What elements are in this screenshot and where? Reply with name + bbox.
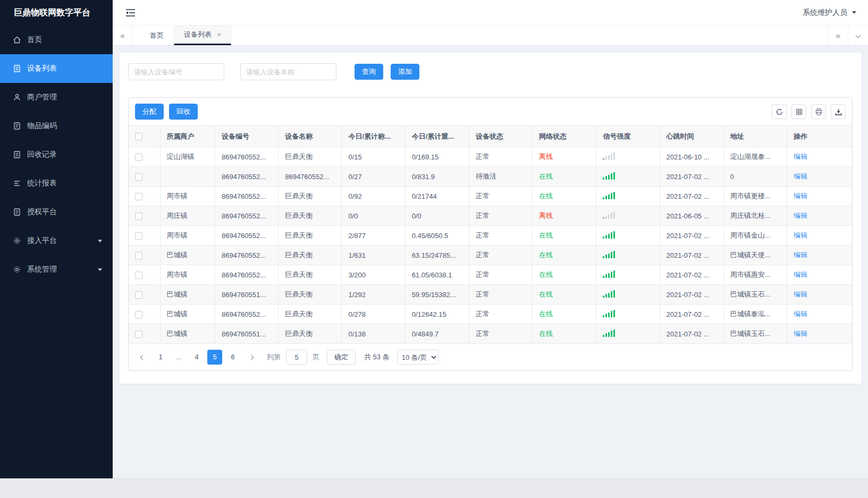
sidebar-item-label: 商户管理 <box>27 92 57 102</box>
chevron-down-icon <box>98 240 102 242</box>
edit-link[interactable]: 编辑 <box>794 251 807 259</box>
cell-device-name: 8694760552... <box>279 167 342 187</box>
cell-network-status: 在线 <box>533 285 596 305</box>
column-header-heartbeat: 心跳时间 <box>660 126 723 147</box>
edit-link[interactable]: 编辑 <box>794 310 807 318</box>
columns-grid-button[interactable] <box>791 104 806 119</box>
document-icon <box>13 122 21 130</box>
sidebar-item-system-management[interactable]: 系统管理 <box>0 255 113 284</box>
cell-device-status: 正常 <box>469 324 532 344</box>
cell-signal <box>596 285 660 305</box>
cell-device-status: 正常 <box>469 226 532 246</box>
table-container: 分配 回收 <box>128 97 853 371</box>
pagination-page-6[interactable]: 6 <box>225 350 240 365</box>
cell-device-no: 8694760552... <box>215 147 278 167</box>
row-checkbox[interactable] <box>135 331 142 338</box>
tabs-scroll-left-button[interactable]: « <box>113 26 133 45</box>
device-no-input[interactable] <box>128 63 224 80</box>
row-checkbox[interactable] <box>135 272 142 279</box>
assign-button[interactable]: 分配 <box>135 104 164 120</box>
row-checkbox[interactable] <box>135 154 142 161</box>
row-checkbox[interactable] <box>135 252 142 259</box>
column-header-merchant: 所属商户 <box>160 126 215 147</box>
sidebar-item-recycle-records[interactable]: 回收记录 <box>0 140 113 169</box>
query-button[interactable]: 查询 <box>355 64 383 80</box>
cell-merchant: 周市镇 <box>160 265 215 285</box>
row-checkbox[interactable] <box>135 311 142 318</box>
tab-home[interactable]: 首页 <box>140 26 174 45</box>
cell-heartbeat: 2021-06-10 ... <box>660 147 723 167</box>
cell-today-count: 2/877 <box>342 226 405 246</box>
sidebar-item-device-list[interactable]: 设备列表 <box>0 54 113 83</box>
device-name-input[interactable] <box>240 63 336 80</box>
signal-strength-icon <box>603 212 615 219</box>
cell-today-weight: 61.05/6038.1 <box>405 265 469 285</box>
export-button[interactable] <box>831 104 846 119</box>
edit-link[interactable]: 编辑 <box>794 192 807 200</box>
tab-label: 首页 <box>150 31 164 40</box>
cell-network-status: 在线 <box>533 187 596 206</box>
sidebar-item-label: 统计报表 <box>27 179 57 188</box>
chevron-down-icon <box>98 268 102 271</box>
user-menu[interactable]: 系统维护人员 <box>803 8 856 18</box>
pagination-ellipsis: ... <box>171 350 186 365</box>
goto-confirm-button[interactable]: 确定 <box>327 350 356 365</box>
report-lines-icon <box>13 179 21 188</box>
cell-today-weight: 63.15/24785... <box>405 246 469 265</box>
print-button[interactable] <box>811 104 826 119</box>
edit-link[interactable]: 编辑 <box>794 290 807 298</box>
pagination-next-button[interactable] <box>243 350 258 365</box>
refresh-button[interactable] <box>772 104 787 119</box>
table-row: 周市镇 8694760552... 巨鼎天衡 3/200 61.05/6038.… <box>129 265 852 285</box>
table-row: 巴城镇 8694760551... 巨鼎天衡 0/138 0/4849.7 正常… <box>129 324 852 344</box>
cell-device-name: 巨鼎天衡 <box>279 324 342 344</box>
edit-link[interactable]: 编辑 <box>794 172 807 180</box>
signal-strength-icon <box>603 310 615 317</box>
cell-device-no: 8694760552... <box>215 305 278 324</box>
edit-link[interactable]: 编辑 <box>794 271 807 278</box>
sidebar-item-home[interactable]: 首页 <box>0 26 113 54</box>
edit-link[interactable]: 编辑 <box>794 212 807 220</box>
table-body: 淀山湖镇 8694760552... 巨鼎天衡 0/15 0/169.15 正常… <box>129 147 852 344</box>
cell-device-name: 巨鼎天衡 <box>279 206 342 226</box>
tab-device-list[interactable]: 设备列表 × <box>174 26 231 45</box>
goto-page-input[interactable] <box>286 350 307 365</box>
row-checkbox[interactable] <box>135 291 142 299</box>
close-tab-icon[interactable]: × <box>217 31 221 38</box>
cell-merchant: 巴城镇 <box>160 285 215 305</box>
select-all-checkbox[interactable] <box>135 133 142 140</box>
add-button[interactable]: 添加 <box>391 64 419 80</box>
row-checkbox[interactable] <box>135 173 142 181</box>
edit-link[interactable]: 编辑 <box>794 330 807 337</box>
row-checkbox[interactable] <box>135 193 142 200</box>
sidebar-item-merchant-management[interactable]: 商户管理 <box>0 83 113 112</box>
goto-page-label: 到第 <box>267 352 281 362</box>
pagination-page-1[interactable]: 1 <box>153 350 168 365</box>
menu-fold-icon[interactable] <box>125 9 136 17</box>
sidebar-item-statistics-report[interactable]: 统计报表 <box>0 169 113 198</box>
tabs-scroll-right-button[interactable]: » <box>828 26 848 45</box>
pagination-page-4[interactable]: 4 <box>189 350 204 365</box>
sidebar-item-item-coding[interactable]: 物品编码 <box>0 112 113 140</box>
cell-network-status: 在线 <box>533 246 596 265</box>
table-toolbar: 分配 回收 <box>129 98 852 125</box>
page-size-select[interactable]: 10 条/页 <box>397 350 439 365</box>
column-header-device-status: 设备状态 <box>469 126 532 147</box>
row-checkbox[interactable] <box>135 232 142 240</box>
tabs-dropdown-button[interactable] <box>848 26 868 45</box>
sidebar-item-authorization-platform[interactable]: 授权平台 <box>0 198 113 226</box>
recycle-button[interactable]: 回收 <box>169 104 198 120</box>
cell-today-weight: 0/0 <box>405 206 469 226</box>
signal-strength-icon <box>603 172 615 180</box>
cell-signal <box>596 187 660 206</box>
edit-link[interactable]: 编辑 <box>794 153 807 161</box>
sidebar-item-access-platform[interactable]: 接入平台 <box>0 226 113 255</box>
cell-heartbeat: 2021-07-02 ... <box>660 265 723 285</box>
pagination-prev-button[interactable] <box>135 350 150 365</box>
edit-link[interactable]: 编辑 <box>794 231 807 239</box>
bottom-strip <box>0 478 868 498</box>
cell-network-status: 在线 <box>533 265 596 285</box>
table-row: 8694760552... 8694760552... 0/27 0/831.9… <box>129 167 852 187</box>
pagination-page-5[interactable]: 5 <box>207 350 222 365</box>
row-checkbox[interactable] <box>135 213 142 220</box>
